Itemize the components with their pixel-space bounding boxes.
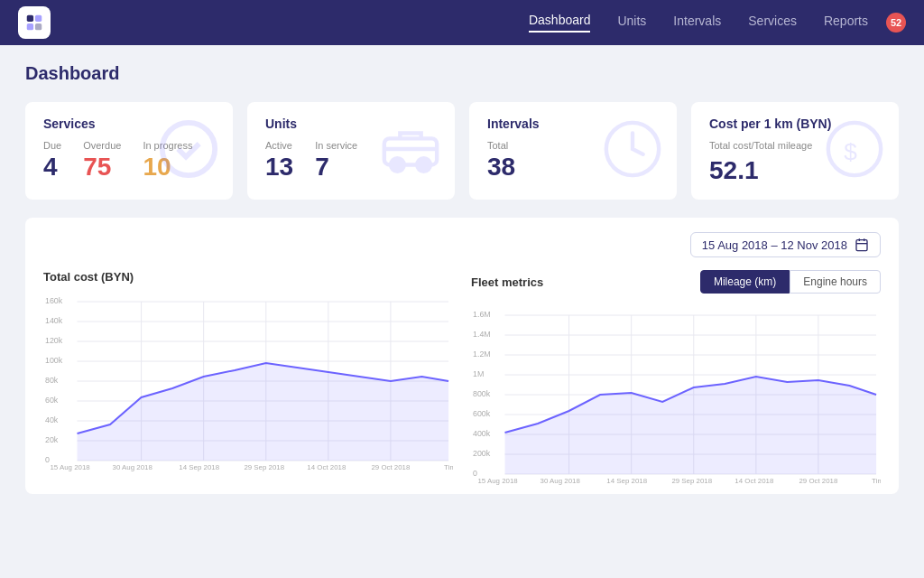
card-cost-per-km: Cost per 1 km (BYN) Total cost/Total mil… <box>691 102 899 200</box>
svg-text:100k: 100k <box>45 356 63 365</box>
svg-text:14 Sep 2018: 14 Sep 2018 <box>179 463 219 471</box>
summary-cards: Services Due 4 Overdue 75 In progress 10 <box>25 102 899 200</box>
svg-text:14 Sep 2018: 14 Sep 2018 <box>606 477 647 485</box>
svg-rect-0 <box>27 15 33 22</box>
services-card-icon <box>157 117 220 184</box>
page-content: Dashboard Services Due 4 Overdue 75 In p… <box>0 45 924 512</box>
svg-text:$: $ <box>844 138 857 165</box>
nav-intervals[interactable]: Intervals <box>673 14 721 32</box>
metric-due-value: 4 <box>43 153 61 182</box>
svg-text:160k: 160k <box>45 296 63 305</box>
svg-text:1.6M: 1.6M <box>473 310 491 319</box>
metric-total: Total 38 <box>487 140 515 182</box>
svg-text:1M: 1M <box>473 369 484 378</box>
nav-dashboard[interactable]: Dashboard <box>529 13 591 33</box>
svg-text:29 Oct 2018: 29 Oct 2018 <box>371 463 411 471</box>
total-cost-svg: 160k 140k 120k 100k 80k 60k 40k 20k 0 <box>43 291 453 471</box>
nav-services[interactable]: Services <box>748 14 797 32</box>
date-range-text: 15 Aug 2018 – 12 Nov 2018 <box>702 238 847 252</box>
fleet-metrics-chart-wrap: 1.6M 1.4M 1.2M 1M 800k 600k 400k 200k 0 <box>471 304 881 485</box>
chart-section: 15 Aug 2018 – 12 Nov 2018 Total cost (BY… <box>25 218 899 494</box>
toggle-engine-hours[interactable]: Engine hours <box>790 270 881 294</box>
notification-badge[interactable]: 52 <box>886 13 906 33</box>
total-cost-chart-wrap: 160k 140k 120k 100k 80k 60k 40k 20k 0 <box>43 291 453 471</box>
svg-text:60k: 60k <box>45 396 59 405</box>
app-logo[interactable] <box>18 6 51 39</box>
svg-text:29 Sep 2018: 29 Sep 2018 <box>671 477 712 485</box>
nav-links: Dashboard Units Intervals Services Repor… <box>529 13 868 33</box>
nav-reports[interactable]: Reports <box>824 14 868 32</box>
total-cost-chart: Total cost (BYN) 160k 140k 120k 100k 80k… <box>43 270 453 485</box>
card-units: Units Active 13 In service 7 <box>247 102 455 200</box>
svg-rect-2 <box>27 23 33 30</box>
svg-text:20k: 20k <box>45 435 59 444</box>
cost-card-icon: $ <box>823 117 886 184</box>
metric-overdue-value: 75 <box>83 153 121 182</box>
fleet-metrics-title: Fleet metrics <box>471 275 543 289</box>
svg-rect-11 <box>856 240 867 251</box>
svg-text:1.4M: 1.4M <box>473 330 491 339</box>
svg-text:800k: 800k <box>473 389 491 398</box>
metric-overdue-label: Overdue <box>83 140 121 151</box>
svg-text:15 Aug 2018: 15 Aug 2018 <box>477 477 518 485</box>
metric-inservice-value: 7 <box>315 153 357 182</box>
svg-text:29 Sep 2018: 29 Sep 2018 <box>244 463 284 471</box>
svg-text:30 Aug 2018: 30 Aug 2018 <box>541 477 581 485</box>
svg-text:Time: Time <box>872 477 881 485</box>
metric-active-label: Active <box>265 140 293 151</box>
units-card-icon <box>379 117 442 184</box>
fleet-metrics-header: Fleet metrics Mileage (km) Engine hours <box>471 270 881 301</box>
intervals-card-icon <box>601 117 664 184</box>
nav-units[interactable]: Units <box>617 14 646 32</box>
metric-total-value: 38 <box>487 153 515 182</box>
total-cost-title: Total cost (BYN) <box>43 270 453 284</box>
svg-text:1.2M: 1.2M <box>473 350 491 359</box>
svg-text:200k: 200k <box>473 449 491 458</box>
metric-active: Active 13 <box>265 140 293 182</box>
chart-section-header: 15 Aug 2018 – 12 Nov 2018 <box>43 232 881 257</box>
svg-text:14 Oct 2018: 14 Oct 2018 <box>307 463 346 471</box>
svg-text:14 Oct 2018: 14 Oct 2018 <box>735 477 774 485</box>
svg-point-7 <box>417 158 430 172</box>
svg-text:140k: 140k <box>45 316 63 325</box>
svg-text:0: 0 <box>45 455 50 464</box>
metric-due: Due 4 <box>43 140 61 182</box>
svg-text:15 Aug 2018: 15 Aug 2018 <box>50 463 90 471</box>
metric-active-value: 13 <box>265 153 293 182</box>
topnav: Dashboard Units Intervals Services Repor… <box>0 0 924 45</box>
card-services: Services Due 4 Overdue 75 In progress 10 <box>25 102 233 200</box>
metric-total-label: Total <box>487 140 515 151</box>
metric-inservice: In service 7 <box>315 140 357 182</box>
svg-text:80k: 80k <box>45 376 59 385</box>
page-title: Dashboard <box>25 63 899 84</box>
svg-text:120k: 120k <box>45 336 63 345</box>
toggle-mileage[interactable]: Mileage (km) <box>700 270 790 294</box>
svg-text:40k: 40k <box>45 415 59 424</box>
calendar-icon <box>855 238 869 252</box>
metric-due-label: Due <box>43 140 61 151</box>
svg-text:0: 0 <box>473 469 477 478</box>
svg-rect-3 <box>35 23 42 30</box>
charts-row: Total cost (BYN) 160k 140k 120k 100k 80k… <box>43 270 881 485</box>
svg-point-6 <box>391 158 404 172</box>
metric-overdue: Overdue 75 <box>83 140 121 182</box>
fleet-metrics-chart: Fleet metrics Mileage (km) Engine hours … <box>471 270 881 485</box>
fleet-metrics-svg: 1.6M 1.4M 1.2M 1M 800k 600k 400k 200k 0 <box>471 304 881 485</box>
fleet-toggle-group: Mileage (km) Engine hours <box>700 270 881 294</box>
metric-inservice-label: In service <box>315 140 357 151</box>
svg-rect-1 <box>35 15 42 22</box>
svg-point-4 <box>162 123 215 175</box>
card-intervals: Intervals Total 38 <box>469 102 677 200</box>
svg-text:600k: 600k <box>473 409 491 418</box>
svg-text:400k: 400k <box>473 429 491 438</box>
svg-text:29 Oct 2018: 29 Oct 2018 <box>799 477 838 485</box>
svg-text:Time: Time <box>444 463 453 471</box>
svg-text:30 Aug 2018: 30 Aug 2018 <box>113 463 153 471</box>
date-range-picker[interactable]: 15 Aug 2018 – 12 Nov 2018 <box>690 232 881 257</box>
